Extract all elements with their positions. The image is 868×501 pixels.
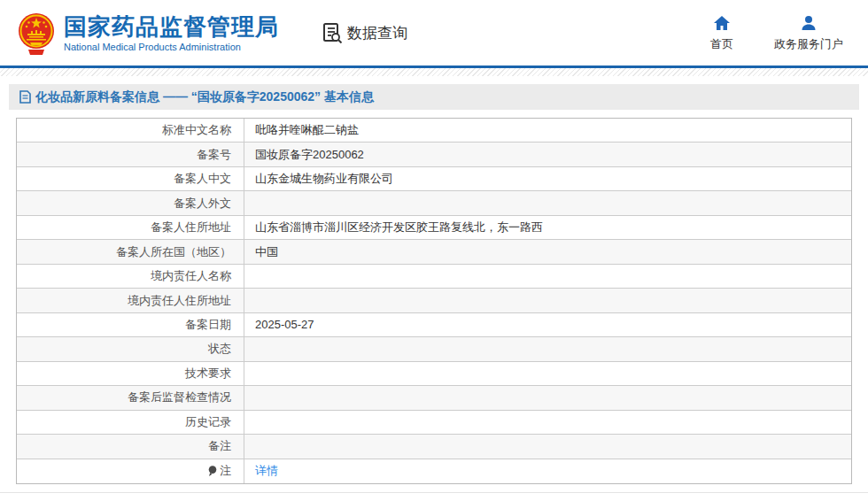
user-icon [800,14,818,32]
field-label-cell: 备案人住所地址 [17,216,244,239]
field-value-cell: 详情 [244,459,851,483]
page-title-bar: 化妆品新原料备案信息 —— “国妆原备字20250062” 基本信息 [9,84,859,110]
nav-home[interactable]: 首页 [710,14,733,52]
field-label-cell: 状态 [17,337,244,360]
field-label: 技术要求 [185,366,231,382]
nav-data-query[interactable]: 数据查询 [322,22,407,43]
table-row: 备案人外文 [17,191,851,215]
field-value-cell: 2025-05-27 [244,313,851,336]
field-value: 山东省淄博市淄川区经济开发区胶王路复线北，东一路西 [255,220,543,235]
pin-icon [208,466,217,477]
field-label-cell: 境内责任人住所地址 [17,289,244,312]
field-label-cell: 技术要求 [17,362,244,385]
info-table: 标准中文名称 吡咯并喹啉醌二钠盐 备案号 国妆原备字20250062 备案人中文… [16,118,852,484]
field-label-cell: 备案人中文 [17,167,244,190]
field-value-cell [244,337,851,360]
field-value-cell [244,411,851,434]
field-value-cell: 山东金城生物药业有限公司 [244,167,851,190]
field-value-cell [244,289,851,312]
home-icon [713,14,731,32]
national-emblem-icon [18,11,55,55]
field-value: 国妆原备字20250062 [255,147,364,163]
field-label-cell: 境内责任人名称 [17,265,244,288]
table-row: 技术要求 [17,362,851,386]
field-label-cell: 备案号 [17,143,244,166]
table-row: 历史记录 [17,411,851,435]
field-label: 境内责任人名称 [151,268,231,284]
field-value-cell: 山东省淄博市淄川区经济开发区胶王路复线北，东一路西 [244,216,851,239]
field-label: 境内责任人住所地址 [128,293,231,309]
field-label: 备案人中文 [174,171,231,187]
field-label: 备案日期 [185,317,231,333]
field-label-cell: 备案日期 [17,313,244,336]
field-value-cell [244,191,851,214]
field-label-cell: 历史记录 [17,411,244,434]
org-name-cn: 国家药品监督管理局 [64,14,279,39]
field-label: 注 [220,463,231,479]
table-row: 备案后监督检查情况 [17,386,851,410]
field-value-cell [244,386,851,409]
field-label: 备注 [208,438,231,454]
detail-link[interactable]: 详情 [255,463,278,479]
data-query-label: 数据查询 [347,23,407,43]
table-row: 状态 [17,337,851,361]
field-label: 备案人所在国（地区） [116,244,231,260]
field-value-cell: 国妆原备字20250062 [244,143,851,166]
field-label: 备案号 [197,147,231,163]
page-icon [19,90,31,104]
field-label-cell: 备案人所在国（地区） [17,240,244,263]
field-label: 备案后监督检查情况 [128,389,231,405]
site-header: 国家药品监督管理局 National Medical Products Admi… [0,0,868,66]
table-row: 境内责任人名称 [17,265,851,289]
footer-rule [0,492,868,493]
portal-label: 政务服务门户 [774,36,843,52]
table-row: 标准中文名称 吡咯并喹啉醌二钠盐 [17,119,851,143]
field-label: 备案人住所地址 [151,220,231,235]
home-label: 首页 [710,36,733,52]
org-name-en: National Medical Products Administration [64,42,279,52]
table-row: 备案号 国妆原备字20250062 [17,143,851,166]
field-label: 备案人外文 [174,196,231,212]
page-title: 化妆品新原料备案信息 —— “国妆原备字20250062” 基本信息 [35,89,374,105]
table-row: 备案人所在国（地区） 中国 [17,240,851,264]
field-value-cell [244,265,851,288]
field-label-cell: 备注 [17,435,244,458]
field-label-cell: 注 [17,459,244,483]
table-row: 备案日期 2025-05-27 [17,313,851,337]
field-label: 标准中文名称 [162,122,231,138]
field-value: 山东金城生物药业有限公司 [255,171,393,187]
table-row: 备案人住所地址 山东省淄博市淄川区经济开发区胶王路复线北，东一路西 [17,216,851,240]
field-value: 吡咯并喹啉醌二钠盐 [255,122,359,138]
field-label: 历史记录 [185,414,231,430]
field-value-cell: 中国 [244,240,851,263]
field-label: 状态 [208,341,231,357]
table-row: 境内责任人住所地址 [17,289,851,312]
field-label-cell: 备案人外文 [17,191,244,214]
table-row: 备注 [17,435,851,459]
field-value-cell [244,362,851,385]
hatch-strip [0,68,868,76]
field-value-cell: 吡咯并喹啉醌二钠盐 [244,119,851,142]
field-label-cell: 标准中文名称 [17,119,244,142]
table-row: 注 详情 [17,459,851,483]
doc-search-icon [322,22,343,43]
org-title-block: 国家药品监督管理局 National Medical Products Admi… [64,14,279,52]
field-label-cell: 备案后监督检查情况 [17,386,244,409]
nav-portal[interactable]: 政务服务门户 [774,14,843,52]
table-row: 备案人中文 山东金城生物药业有限公司 [17,167,851,191]
field-value: 2025-05-27 [255,318,314,331]
field-value-cell [244,435,851,458]
field-value: 中国 [255,244,278,260]
